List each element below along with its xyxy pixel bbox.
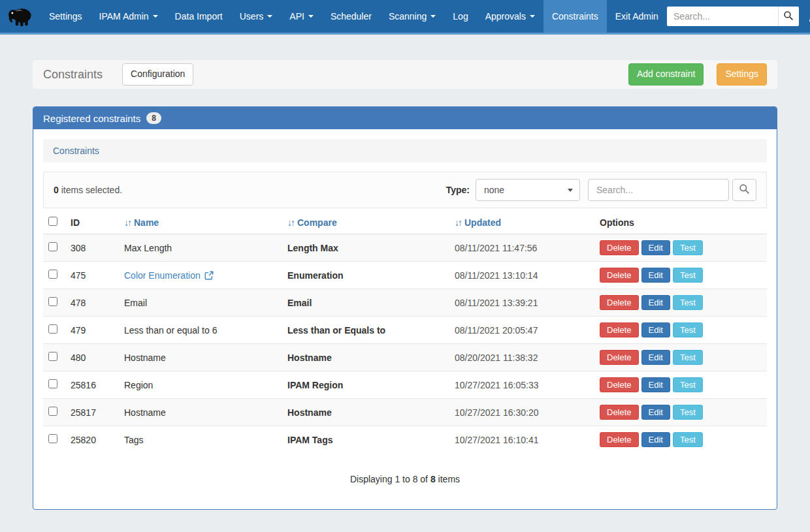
subnav-strip: Constraints <box>43 139 767 163</box>
nav-item-ipam-admin[interactable]: IPAM Admin <box>91 0 167 33</box>
test-button[interactable]: Test <box>673 377 703 392</box>
row-checkbox[interactable] <box>48 297 57 306</box>
cell-name: Email <box>119 289 282 317</box>
table-row: 25816RegionIPAM Region10/27/2021 16:05:3… <box>43 371 767 399</box>
column-header-compare-label: Compare <box>297 217 337 228</box>
test-button[interactable]: Test <box>673 350 703 365</box>
table-search-button[interactable] <box>732 179 756 201</box>
nav-item-approvals[interactable]: Approvals <box>477 0 543 33</box>
delete-button[interactable]: Delete <box>600 377 639 392</box>
nav-item-label: Constraints <box>552 11 598 22</box>
row-checkbox[interactable] <box>48 379 57 388</box>
row-checkbox[interactable] <box>48 242 57 251</box>
cell-updated: 10/27/2021 16:30:20 <box>449 399 594 426</box>
select-all-checkbox[interactable] <box>48 217 57 226</box>
nav-item-scheduler[interactable]: Scheduler <box>322 0 380 33</box>
edit-button[interactable]: Edit <box>641 268 670 283</box>
selected-info: 0 items selected. <box>54 185 122 195</box>
edit-button[interactable]: Edit <box>641 295 670 310</box>
cell-id: 25816 <box>65 371 119 399</box>
cell-compare: Enumeration <box>282 262 449 289</box>
footer-suffix: items <box>436 474 460 484</box>
nav-item-exit-admin[interactable]: Exit Admin <box>607 0 667 33</box>
add-constraint-button[interactable]: Add constraint <box>628 63 704 86</box>
nav-item-api[interactable]: API <box>281 0 322 33</box>
row-checkbox[interactable] <box>48 434 57 443</box>
column-header-compare[interactable]: ↓↑Compare <box>282 211 449 234</box>
edit-button[interactable]: Edit <box>641 350 670 365</box>
nav-item-log[interactable]: Log <box>444 0 476 33</box>
cell-updated: 08/20/2021 11:38:32 <box>449 344 594 371</box>
table-row: 25817HostnameHostname10/27/2021 16:30:20… <box>43 399 767 426</box>
edit-button[interactable]: Edit <box>641 377 670 392</box>
test-button[interactable]: Test <box>673 268 703 283</box>
edit-button[interactable]: Edit <box>641 240 670 255</box>
sort-icon: ↓↑ <box>455 217 461 228</box>
delete-button[interactable]: Delete <box>600 350 639 365</box>
cell-name: Less than or equal to 6 <box>119 317 282 344</box>
caret-down-icon <box>430 15 436 18</box>
column-header-updated[interactable]: ↓↑Updated <box>449 211 594 234</box>
test-button[interactable]: Test <box>673 322 703 337</box>
type-select[interactable]: none <box>476 179 580 201</box>
test-button[interactable]: Test <box>673 240 703 255</box>
cell-name: Hostname <box>119 399 282 426</box>
row-checkbox[interactable] <box>48 407 57 416</box>
row-checkbox[interactable] <box>48 352 57 361</box>
subnav-constraints-link[interactable]: Constraints <box>53 146 99 156</box>
cell-id: 308 <box>65 234 119 262</box>
cell-id: 479 <box>65 317 119 344</box>
nav-item-label: Settings <box>49 11 82 22</box>
delete-button[interactable]: Delete <box>600 405 639 420</box>
table-search-input[interactable] <box>588 179 729 201</box>
header-actions: Add constraint Settings <box>628 63 767 86</box>
delete-button[interactable]: Delete <box>600 268 639 283</box>
cell-compare: Hostname <box>282 399 449 426</box>
table-row: 478EmailEmail08/11/2021 13:39:21DeleteEd… <box>43 289 767 317</box>
settings-button[interactable]: Settings <box>717 63 767 86</box>
nav-item-users[interactable]: Users <box>231 0 282 33</box>
sort-icon: ↓↑ <box>287 217 294 228</box>
nav-item-label: Approvals <box>485 11 526 22</box>
column-header-name[interactable]: ↓↑Name <box>119 211 282 234</box>
cell-options: DeleteEditTest <box>594 262 767 289</box>
nav-item-constraints[interactable]: Constraints <box>543 0 607 33</box>
constraint-name-link[interactable]: Color Enumeration <box>124 270 201 281</box>
nav-item-label: Data Import <box>175 11 223 22</box>
navbar-menu: SettingsIPAM AdminData ImportUsersAPISch… <box>40 0 667 33</box>
navbar-search-input[interactable] <box>667 7 778 26</box>
edit-button[interactable]: Edit <box>641 432 670 447</box>
nav-item-scanning[interactable]: Scanning <box>380 0 444 33</box>
test-button[interactable]: Test <box>673 405 703 420</box>
delete-button[interactable]: Delete <box>600 432 639 447</box>
cell-id: 25820 <box>65 426 119 454</box>
navbar-search-button[interactable] <box>778 7 799 26</box>
cell-id: 478 <box>65 289 119 317</box>
nav-item-settings[interactable]: Settings <box>40 0 91 33</box>
table-footer: Displaying 1 to 8 of 8 items <box>43 474 767 484</box>
delete-button[interactable]: Delete <box>600 295 639 310</box>
edit-button[interactable]: Edit <box>641 322 670 337</box>
external-link-icon <box>201 270 214 281</box>
cell-id: 480 <box>65 344 119 371</box>
delete-button[interactable]: Delete <box>600 240 639 255</box>
selected-text: items selected. <box>59 185 122 195</box>
cell-options: DeleteEditTest <box>594 344 767 371</box>
edit-button[interactable]: Edit <box>641 405 670 420</box>
cell-name: Region <box>119 371 282 399</box>
cell-options: DeleteEditTest <box>594 371 767 399</box>
nav-item-data-import[interactable]: Data Import <box>167 0 231 33</box>
table-row: 480HostnameHostname08/20/2021 11:38:32De… <box>43 344 767 371</box>
delete-button[interactable]: Delete <box>600 322 639 337</box>
row-checkbox[interactable] <box>48 270 57 279</box>
cell-updated: 08/11/2021 20:05:47 <box>449 317 594 344</box>
test-button[interactable]: Test <box>673 432 703 447</box>
navbar-search-group <box>667 0 810 33</box>
row-checkbox[interactable] <box>48 324 57 334</box>
app-logo[interactable] <box>0 0 40 33</box>
type-label: Type: <box>446 185 470 195</box>
test-button[interactable]: Test <box>673 295 703 310</box>
nav-item-label: Scanning <box>389 11 427 22</box>
configuration-button[interactable]: Configuration <box>122 63 193 86</box>
panel-title: Registered constraints <box>43 113 140 124</box>
